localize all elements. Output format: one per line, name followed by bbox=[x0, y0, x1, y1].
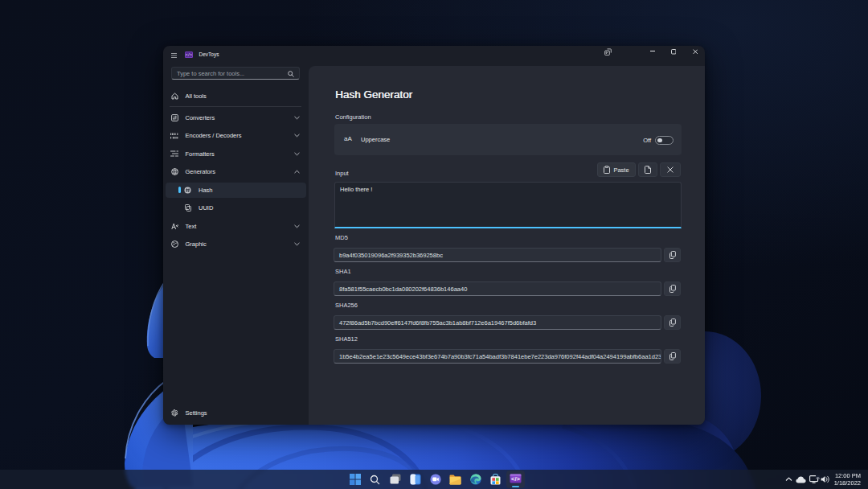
svg-text:</>: </> bbox=[186, 53, 193, 57]
svg-text:</>: </> bbox=[511, 475, 520, 483]
